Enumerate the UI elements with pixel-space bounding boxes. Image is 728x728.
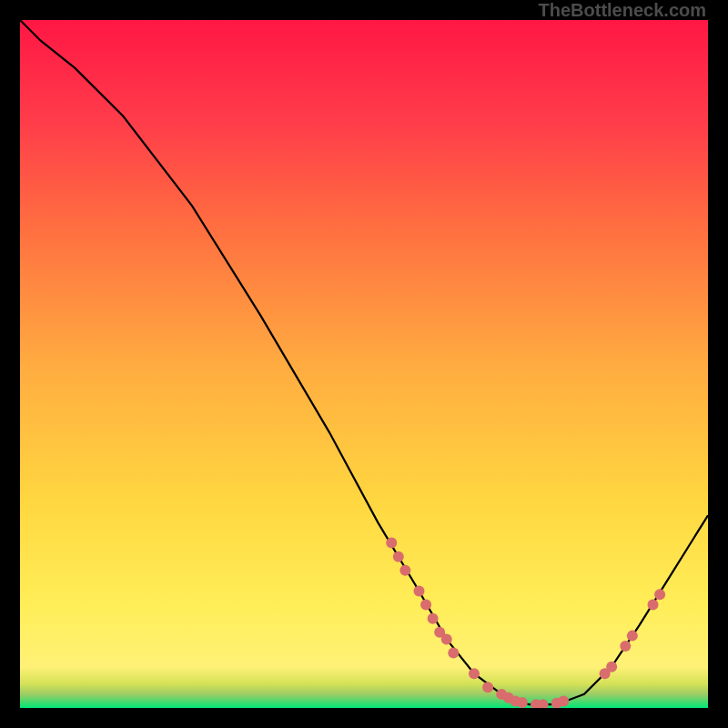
data-marker — [482, 682, 493, 693]
data-marker — [448, 648, 459, 659]
data-marker — [386, 538, 397, 549]
chart-plot-area — [20, 20, 708, 708]
data-marker — [517, 697, 528, 708]
data-marker — [469, 668, 480, 679]
data-marker — [627, 631, 638, 642]
watermark-text: TheBottleneck.com — [539, 0, 706, 21]
data-marker — [648, 600, 659, 611]
data-marker — [399, 565, 410, 576]
data-marker — [428, 613, 439, 624]
chart-svg — [20, 20, 708, 708]
data-marker — [413, 585, 424, 596]
data-marker — [393, 551, 404, 562]
data-marker — [420, 600, 431, 611]
data-marker — [606, 662, 617, 672]
gradient-background — [20, 20, 708, 708]
data-marker — [654, 589, 665, 600]
data-marker — [441, 633, 452, 644]
data-marker — [620, 641, 631, 652]
data-marker — [558, 695, 569, 706]
